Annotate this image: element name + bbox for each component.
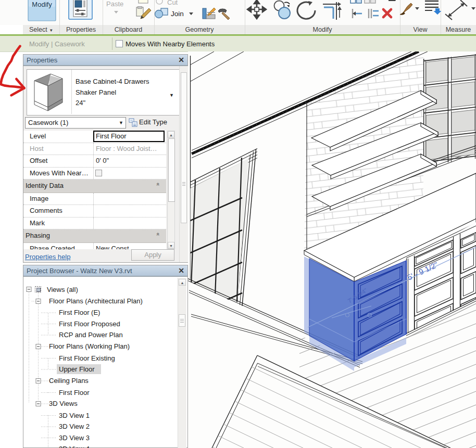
svg-text:Modify: Modify: [32, 1, 52, 8]
svg-text:Cut: Cut: [167, 0, 178, 6]
svg-text:Paste: Paste: [106, 0, 123, 8]
svg-text:Join: Join: [171, 10, 184, 18]
